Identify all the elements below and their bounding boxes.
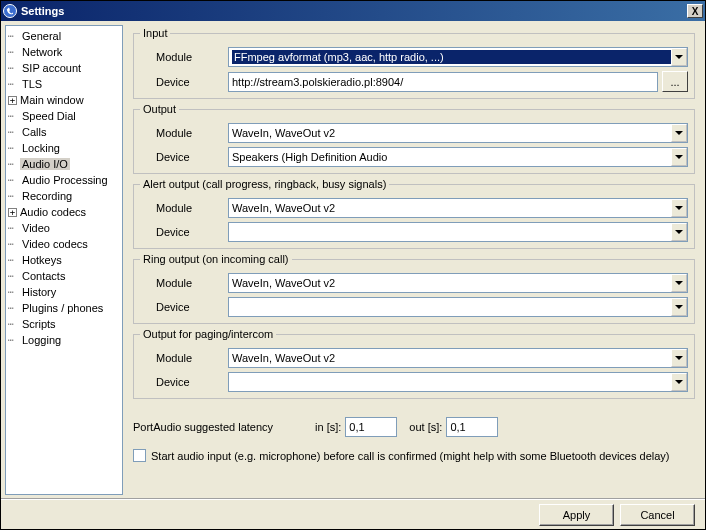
tree-item[interactable]: ⋯Speed Dial (6, 108, 122, 124)
close-icon: X (692, 6, 699, 17)
input-module-value: FFmpeg avformat (mp3, aac, http radio, .… (232, 50, 671, 64)
ring-module-combo[interactable]: WaveIn, WaveOut v2 (228, 273, 688, 293)
start-audio-row: Start audio input (e.g. microphone) befo… (133, 449, 695, 462)
tree-item-label[interactable]: Calls (20, 126, 48, 138)
output-module-label: Module (140, 127, 228, 139)
window-title: Settings (21, 5, 687, 17)
paging-device-combo[interactable] (228, 372, 688, 392)
start-audio-checkbox[interactable] (133, 449, 146, 462)
ellipsis-icon: ... (670, 76, 679, 88)
chevron-down-icon[interactable] (671, 373, 687, 391)
latency-out-field[interactable]: 0,1 (446, 417, 498, 437)
tree-item-label[interactable]: General (20, 30, 63, 42)
tree-item[interactable]: ⋯History (6, 284, 122, 300)
chevron-down-icon[interactable] (671, 349, 687, 367)
tree-item-label[interactable]: Logging (20, 334, 63, 346)
close-button[interactable]: X (687, 4, 703, 18)
ring-output-group: Ring output (on incoming call) Module Wa… (133, 253, 695, 324)
output-device-combo[interactable]: Speakers (High Definition Audio (228, 147, 688, 167)
input-device-value: http://stream3.polskieradio.pl:8904/ (232, 76, 403, 88)
expand-icon[interactable]: + (8, 96, 17, 105)
paging-device-label: Device (140, 376, 228, 388)
tree-item-label[interactable]: Video (20, 222, 52, 234)
tree-item-label[interactable]: Recording (20, 190, 74, 202)
latency-in-value: 0,1 (349, 421, 364, 433)
tree-item-label[interactable]: SIP account (20, 62, 83, 74)
input-module-combo[interactable]: FFmpeg avformat (mp3, aac, http radio, .… (228, 47, 688, 67)
tree-item-label[interactable]: Hotkeys (20, 254, 64, 266)
tree-leaf-icon: ⋯ (8, 287, 19, 298)
output-module-combo[interactable]: WaveIn, WaveOut v2 (228, 123, 688, 143)
chevron-down-icon[interactable] (671, 298, 687, 316)
tree-item[interactable]: ⋯Logging (6, 332, 122, 348)
tree-item[interactable]: ⋯TLS (6, 76, 122, 92)
alert-output-group: Alert output (call progress, ringback, b… (133, 178, 695, 249)
ring-module-value: WaveIn, WaveOut v2 (232, 277, 671, 289)
tree-item-label[interactable]: TLS (20, 78, 44, 90)
tree-item[interactable]: ⋯Audio I/O (6, 156, 122, 172)
output-device-label: Device (140, 151, 228, 163)
tree-item[interactable]: ⋯Contacts (6, 268, 122, 284)
tree-leaf-icon: ⋯ (8, 111, 19, 122)
settings-tree[interactable]: ⋯General⋯Network⋯SIP account⋯TLS+Main wi… (5, 25, 123, 495)
ring-module-label: Module (140, 277, 228, 289)
tree-item[interactable]: ⋯Scripts (6, 316, 122, 332)
tree-leaf-icon: ⋯ (8, 47, 19, 58)
tree-item[interactable]: ⋯Video (6, 220, 122, 236)
tree-item[interactable]: +Main window (6, 92, 122, 108)
tree-item-label[interactable]: Contacts (20, 270, 67, 282)
tree-item[interactable]: ⋯Calls (6, 124, 122, 140)
alert-device-label: Device (140, 226, 228, 238)
chevron-down-icon[interactable] (671, 274, 687, 292)
paging-module-combo[interactable]: WaveIn, WaveOut v2 (228, 348, 688, 368)
expand-icon[interactable]: + (8, 208, 17, 217)
tree-item[interactable]: ⋯General (6, 28, 122, 44)
tree-item[interactable]: ⋯Locking (6, 140, 122, 156)
latency-out-value: 0,1 (450, 421, 465, 433)
ring-device-label: Device (140, 301, 228, 313)
apply-button[interactable]: Apply (539, 504, 614, 526)
latency-label: PortAudio suggested latency (133, 421, 273, 433)
ring-device-combo[interactable] (228, 297, 688, 317)
tree-item-label[interactable]: Main window (18, 94, 86, 106)
tree-item[interactable]: ⋯SIP account (6, 60, 122, 76)
chevron-down-icon[interactable] (671, 124, 687, 142)
output-module-value: WaveIn, WaveOut v2 (232, 127, 671, 139)
tree-item[interactable]: ⋯Plugins / phones (6, 300, 122, 316)
chevron-down-icon[interactable] (671, 148, 687, 166)
tree-item[interactable]: +Audio codecs (6, 204, 122, 220)
tree-leaf-icon: ⋯ (8, 255, 19, 266)
tree-item-label[interactable]: Network (20, 46, 64, 58)
tree-item-label[interactable]: Scripts (20, 318, 58, 330)
paging-output-group: Output for paging/intercom Module WaveIn… (133, 328, 695, 399)
tree-item[interactable]: ⋯Audio Processing (6, 172, 122, 188)
input-device-browse-button[interactable]: ... (662, 71, 688, 92)
tree-item[interactable]: ⋯Recording (6, 188, 122, 204)
tree-item[interactable]: ⋯Network (6, 44, 122, 60)
tree-item-label[interactable]: History (20, 286, 58, 298)
chevron-down-icon[interactable] (671, 223, 687, 241)
app-icon (3, 4, 17, 18)
tree-item[interactable]: ⋯Hotkeys (6, 252, 122, 268)
tree-item-label[interactable]: Audio codecs (18, 206, 88, 218)
latency-in-label: in [s]: (315, 421, 341, 433)
latency-row: PortAudio suggested latency in [s]: 0,1 … (133, 417, 695, 437)
tree-item-label[interactable]: Plugins / phones (20, 302, 105, 314)
tree-item-label[interactable]: Speed Dial (20, 110, 78, 122)
cancel-button[interactable]: Cancel (620, 504, 695, 526)
input-device-field[interactable]: http://stream3.polskieradio.pl:8904/ (228, 72, 658, 92)
chevron-down-icon[interactable] (671, 48, 687, 66)
input-device-label: Device (140, 76, 228, 88)
tree-item-label[interactable]: Video codecs (20, 238, 90, 250)
output-legend: Output (140, 103, 179, 115)
input-group: Input Module FFmpeg avformat (mp3, aac, … (133, 27, 695, 99)
tree-leaf-icon: ⋯ (8, 191, 19, 202)
tree-item[interactable]: ⋯Video codecs (6, 236, 122, 252)
tree-item-label[interactable]: Audio Processing (20, 174, 110, 186)
tree-item-label[interactable]: Audio I/O (20, 158, 70, 170)
chevron-down-icon[interactable] (671, 199, 687, 217)
tree-item-label[interactable]: Locking (20, 142, 62, 154)
alert-device-combo[interactable] (228, 222, 688, 242)
alert-module-combo[interactable]: WaveIn, WaveOut v2 (228, 198, 688, 218)
latency-in-field[interactable]: 0,1 (345, 417, 397, 437)
